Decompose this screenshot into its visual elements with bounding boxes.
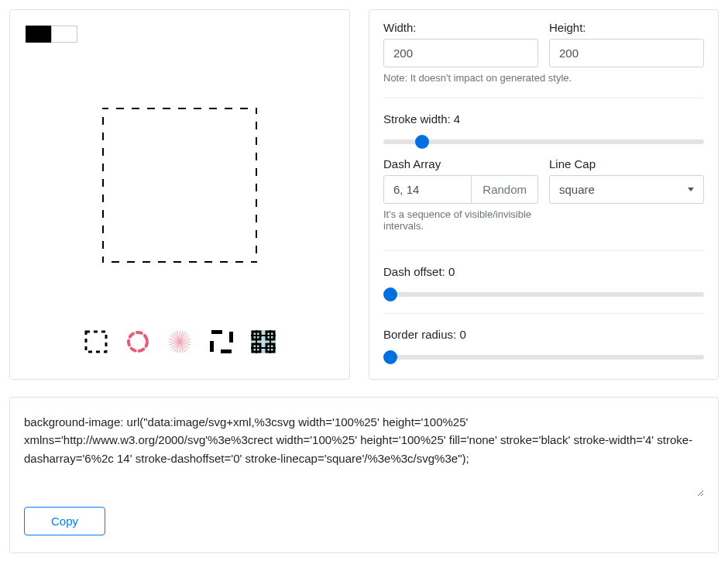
dashed-circle-icon: [126, 330, 149, 353]
dash-offset-label: Dash offset: 0: [383, 265, 704, 278]
size-section: Width: Height: Note: It doesn't impact o…: [383, 21, 704, 98]
width-input[interactable]: [383, 39, 538, 67]
stroke-section: Stroke width: 4 Dash Array Random It's a…: [383, 112, 704, 251]
dash-array-input[interactable]: [383, 175, 472, 204]
color-swatch-white[interactable]: [51, 26, 77, 43]
height-label: Height:: [549, 21, 704, 34]
preset-corners[interactable]: [208, 328, 235, 356]
dashed-border-preview: [102, 108, 257, 263]
preset-sunburst[interactable]: [166, 328, 194, 356]
svg-rect-0: [86, 332, 106, 352]
svg-rect-27: [251, 330, 276, 353]
preset-row: [26, 328, 334, 356]
border-radius-section: Border radius: 0: [383, 328, 704, 362]
preset-dashed-circle[interactable]: [124, 328, 152, 356]
dash-offset-section: Dash offset: 0: [383, 265, 704, 314]
linecap-label: Line Cap: [549, 157, 704, 170]
corners-icon: [210, 330, 233, 353]
preset-dashed-square[interactable]: [82, 328, 110, 356]
code-panel: Copy: [9, 397, 719, 553]
color-swatches: [26, 26, 334, 43]
copy-button[interactable]: Copy: [24, 507, 105, 535]
dash-array-label: Dash Array: [383, 157, 538, 170]
generated-code-textarea[interactable]: [24, 411, 704, 497]
grid-icon: [251, 330, 276, 353]
size-note: Note: It doesn't impact on generated sty…: [383, 72, 704, 84]
border-radius-label: Border radius: 0: [383, 328, 704, 341]
color-swatch-black[interactable]: [26, 26, 52, 43]
border-radius-slider[interactable]: [383, 355, 704, 360]
width-label: Width:: [383, 21, 538, 34]
svg-rect-26: [211, 332, 232, 352]
stroke-width-slider[interactable]: [383, 139, 704, 144]
sunburst-icon: [168, 330, 191, 353]
dash-offset-slider[interactable]: [383, 292, 704, 297]
preset-grid[interactable]: [249, 328, 277, 356]
dashed-square-icon: [84, 330, 108, 353]
random-button[interactable]: Random: [472, 175, 538, 204]
preview-panel: [9, 9, 350, 380]
stroke-width-label: Stroke width: 4: [383, 112, 704, 126]
dash-array-note: It's a sequence of visible/invisible int…: [383, 208, 538, 232]
height-input[interactable]: [549, 39, 704, 67]
controls-panel: Width: Height: Note: It doesn't impact o…: [369, 9, 719, 380]
svg-point-1: [129, 332, 147, 351]
linecap-select[interactable]: buttroundsquare: [549, 175, 704, 204]
preview-area: [26, 43, 334, 305]
